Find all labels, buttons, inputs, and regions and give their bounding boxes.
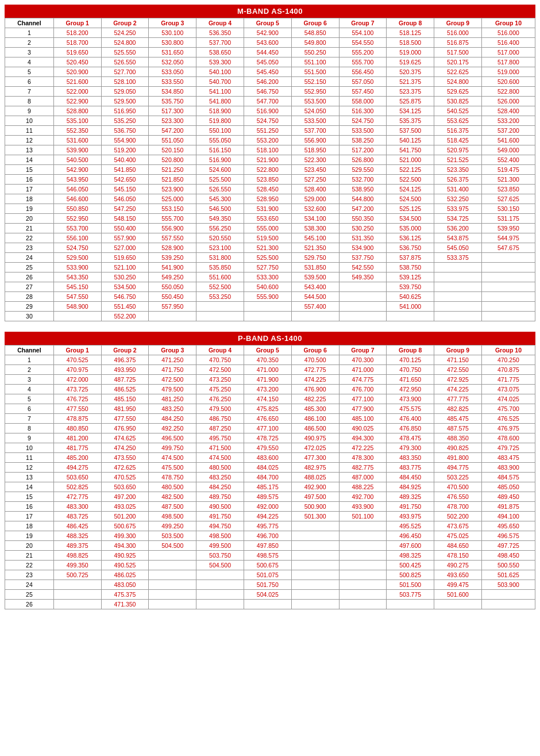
table-cell: 519.500	[244, 233, 291, 243]
table-cell: 532.600	[291, 204, 339, 214]
table-row: 17483.725501.200498.500491.750494.225501…	[5, 512, 535, 521]
table-cell: 479.725	[481, 443, 535, 453]
table-cell: 493.025	[101, 502, 149, 512]
table-row: 23500.725486.025501.075500.825493.650501…	[5, 570, 535, 580]
table-cell: 475.825	[244, 404, 291, 414]
table-cell: 20	[5, 541, 54, 551]
table-cell: 471.500	[196, 443, 244, 453]
column-header: Group 2	[101, 18, 149, 28]
table-cell	[339, 282, 387, 292]
table-cell: 551.500	[291, 67, 339, 77]
table-cell	[149, 551, 196, 561]
table-cell: 501.500	[387, 580, 434, 590]
table-cell	[339, 531, 387, 541]
table-cell	[481, 273, 535, 282]
table-cell: 470.350	[244, 355, 291, 365]
table-cell: 484.650	[434, 541, 482, 551]
table-cell: 530.150	[481, 204, 535, 214]
table-cell: 528.900	[149, 243, 196, 253]
table-cell: 546.600	[53, 194, 101, 204]
table-cell: 524.750	[244, 116, 291, 126]
table-cell: 490.525	[101, 561, 149, 570]
table-cell: 531.650	[149, 48, 196, 57]
table-cell	[291, 580, 339, 590]
table-cell: 527.625	[481, 194, 535, 204]
table-cell: 521.350	[291, 243, 339, 253]
table-cell: 503.650	[53, 473, 101, 482]
table-cell	[196, 302, 244, 312]
table-cell: 500.900	[291, 502, 339, 512]
table-row: 12531.600554.900551.050555.050553.200556…	[5, 136, 535, 145]
table-row: 1470.525496.375471.250470.750470.350470.…	[5, 355, 535, 365]
table-cell: 476.700	[339, 385, 387, 394]
table-cell: 470.500	[434, 482, 482, 492]
table-cell: 484.450	[387, 473, 434, 482]
table-cell: 540.400	[101, 155, 149, 165]
table-cell: 470.500	[291, 355, 339, 365]
table-cell	[434, 302, 482, 312]
table-cell: 21	[5, 551, 54, 561]
table-cell: 537.700	[291, 126, 339, 136]
table-row: 25533.900521.100541.900535.850527.750531…	[5, 263, 535, 273]
column-header: Channel	[5, 18, 54, 28]
table-cell: 536.350	[196, 28, 244, 38]
table-cell: 529.000	[291, 194, 339, 204]
table-cell: 540.500	[53, 155, 101, 165]
table-cell: 548.850	[291, 28, 339, 38]
table-cell	[149, 590, 196, 600]
table-cell: 9	[5, 433, 54, 443]
table-cell: 1	[5, 28, 54, 38]
table-cell: 485.175	[244, 482, 291, 492]
table-cell: 542.550	[339, 263, 387, 273]
table-cell: 556.900	[149, 224, 196, 233]
table-cell: 486.025	[101, 570, 149, 580]
table-cell: 518.700	[53, 38, 101, 48]
table-cell: 501.300	[291, 512, 339, 521]
table-row: 9481.200474.625496.500495.750478.725490.…	[5, 433, 535, 443]
table-cell: 24	[5, 253, 54, 263]
table-cell: 519.475	[481, 165, 535, 175]
table-cell	[291, 312, 339, 321]
table-cell: 483.250	[149, 404, 196, 414]
table-cell: 484.575	[481, 473, 535, 482]
table-cell	[53, 600, 101, 609]
table-row: 18546.600546.050525.000545.300528.950529…	[5, 194, 535, 204]
table-cell: 516.900	[196, 155, 244, 165]
table-cell	[481, 590, 535, 600]
column-header: Group 7	[339, 346, 387, 355]
table-cell: 533.550	[149, 77, 196, 87]
table-cell: 12	[5, 463, 54, 473]
table-cell: 476.525	[481, 414, 535, 424]
table-cell	[291, 531, 339, 541]
table-cell: 532.050	[149, 57, 196, 67]
table-cell: 535.000	[387, 224, 434, 233]
table-cell: 30	[5, 312, 54, 321]
table-cell: 491.750	[387, 502, 434, 512]
table-cell: 520.450	[53, 57, 101, 67]
table-cell: 541.900	[149, 263, 196, 273]
table-cell: 15	[5, 165, 54, 175]
table-cell: 503.500	[149, 531, 196, 541]
table-cell: 546.750	[101, 292, 149, 302]
table-row: 13503.650470.525478.750483.250484.700488…	[5, 473, 535, 482]
table-cell: 523.375	[387, 87, 434, 97]
table-cell: 529.050	[101, 87, 149, 97]
table-cell: 526.550	[196, 185, 244, 194]
table-cell: 523.850	[244, 175, 291, 185]
table-row: 1518.200524.250530.100536.350542.900548.…	[5, 28, 535, 38]
table-row: 15472.775497.200482.500489.750489.575497…	[5, 492, 535, 502]
table-row: 26543.350530.250549.250551.600533.300539…	[5, 273, 535, 282]
table-cell: 521.000	[387, 155, 434, 165]
column-header: Group 5	[244, 346, 291, 355]
table-cell: 528.950	[244, 194, 291, 204]
table-cell: 487.725	[101, 375, 149, 385]
table-cell: 523.850	[481, 185, 535, 194]
table-cell: 471.000	[244, 365, 291, 375]
table-cell	[53, 312, 101, 321]
table-cell	[434, 273, 482, 282]
table-cell: 527.750	[244, 263, 291, 273]
table-cell: 524.800	[434, 77, 482, 87]
table-cell: 551.250	[244, 126, 291, 136]
table-cell: 483.475	[481, 453, 535, 463]
table-cell: 516.375	[434, 126, 482, 136]
